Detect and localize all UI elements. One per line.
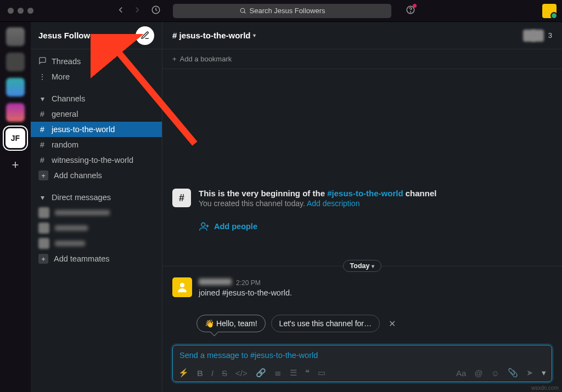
add-description-link[interactable]: Add description xyxy=(307,199,360,208)
plus-icon: + xyxy=(172,55,177,63)
workspace-switcher-item[interactable] xyxy=(6,103,25,122)
dm-item[interactable] xyxy=(31,236,162,251)
codeblock-icon[interactable]: ▭ xyxy=(318,368,325,378)
channel-random[interactable]: #random xyxy=(31,137,162,152)
forward-button[interactable] xyxy=(132,5,142,17)
ul-icon[interactable]: ☰ xyxy=(290,368,297,378)
composer-input[interactable]: Send a message to #jesus-to-the-world xyxy=(173,345,552,365)
send-button[interactable]: ➤ xyxy=(526,368,533,378)
svg-point-5 xyxy=(180,283,184,287)
channel-title[interactable]: # jesus-to-the-world▾ xyxy=(172,31,256,40)
sender-name[interactable] xyxy=(199,279,232,285)
workspace-menu[interactable]: Jesus Followers▾ xyxy=(38,31,108,40)
dm-item[interactable] xyxy=(31,220,162,236)
sidebar: Jesus Followers▾ Threads ⋮More ▾Channels… xyxy=(31,22,162,392)
format-icon[interactable]: Aa xyxy=(456,368,466,378)
channel-general[interactable]: #general xyxy=(31,106,162,122)
workspace-switcher-active[interactable]: JF xyxy=(5,128,25,148)
threads-link[interactable]: Threads xyxy=(31,54,162,69)
message-composer[interactable]: Send a message to #jesus-to-the-world ⚡ … xyxy=(172,345,552,382)
workspace-switcher-item[interactable] xyxy=(6,27,25,46)
search-placeholder: Search Jesus Followers xyxy=(250,7,325,15)
message-time: 2:20 PM xyxy=(236,279,261,287)
message-text: joined #jesus-to-the-world. xyxy=(199,288,292,297)
dm-item[interactable] xyxy=(31,205,162,220)
add-teammates[interactable]: +Add teammates xyxy=(31,251,162,266)
avatar-icon xyxy=(172,277,192,297)
workspace-switcher-item[interactable] xyxy=(6,53,25,71)
svg-point-4 xyxy=(201,223,205,226)
svg-point-3 xyxy=(411,12,411,12)
italic-icon[interactable]: I xyxy=(211,368,213,378)
link-icon[interactable]: 🔗 xyxy=(256,368,266,378)
send-options-icon[interactable]: ▾ xyxy=(542,368,546,378)
search-input[interactable]: Search Jesus Followers xyxy=(173,4,391,18)
workspace-rail: JF + xyxy=(0,22,31,392)
dismiss-suggestions[interactable]: ✕ xyxy=(389,319,396,329)
add-people-button[interactable]: Add people xyxy=(199,221,552,232)
attach-icon[interactable]: 📎 xyxy=(508,368,518,378)
help-button[interactable] xyxy=(406,5,415,17)
channel-jesus-to-the-world[interactable]: #jesus-to-the-world xyxy=(31,122,162,137)
add-bookmark[interactable]: +Add a bookmark xyxy=(162,49,562,69)
channel-content: # jesus-to-the-world▾ 3 +Add a bookmark … xyxy=(162,22,562,392)
hash-icon: # xyxy=(172,189,191,207)
channel-intro-sub: You created this channel today. Add desc… xyxy=(199,199,436,208)
top-toolbar: Search Jesus Followers xyxy=(0,0,562,22)
more-link[interactable]: ⋮More xyxy=(31,69,162,84)
add-channels[interactable]: +Add channels xyxy=(31,168,162,183)
ol-icon[interactable]: ≣ xyxy=(274,368,282,378)
date-divider[interactable]: Today▾ xyxy=(162,260,562,272)
mention-icon[interactable]: @ xyxy=(474,368,482,378)
code-icon[interactable]: </> xyxy=(235,368,248,378)
system-message: 2:20 PM joined #jesus-to-the-world. xyxy=(172,277,292,297)
history-button[interactable] xyxy=(151,5,161,17)
add-workspace-button[interactable]: + xyxy=(12,158,19,172)
window-controls[interactable] xyxy=(8,8,33,14)
workspace-switcher-item[interactable] xyxy=(6,78,25,96)
channel-witnessing[interactable]: #witnessing-to-the-world xyxy=(31,152,162,168)
svg-point-1 xyxy=(240,8,245,13)
channel-intro-title: This is the very beginning of the #jesus… xyxy=(199,189,436,198)
watermark: wsxdn.com xyxy=(531,385,559,391)
channel-link[interactable]: #jesus-to-the-world xyxy=(327,189,403,198)
suggestion-chip[interactable]: 👋 Hello, team! xyxy=(196,315,266,332)
quote-icon[interactable]: ❝ xyxy=(305,368,310,378)
user-avatar[interactable] xyxy=(542,4,557,18)
strike-icon[interactable]: S xyxy=(222,368,227,378)
back-button[interactable] xyxy=(116,5,126,17)
dms-section[interactable]: ▾Direct messages xyxy=(31,190,162,205)
emoji-icon[interactable]: ☺ xyxy=(491,368,499,378)
channel-members[interactable]: 3 xyxy=(523,30,552,42)
channels-section[interactable]: ▾Channels xyxy=(31,91,162,106)
bold-icon[interactable]: B xyxy=(197,368,203,378)
suggestion-chip[interactable]: Let's use this channel for… xyxy=(271,315,380,332)
compose-button[interactable] xyxy=(136,26,154,45)
shortcuts-icon[interactable]: ⚡ xyxy=(178,368,189,378)
